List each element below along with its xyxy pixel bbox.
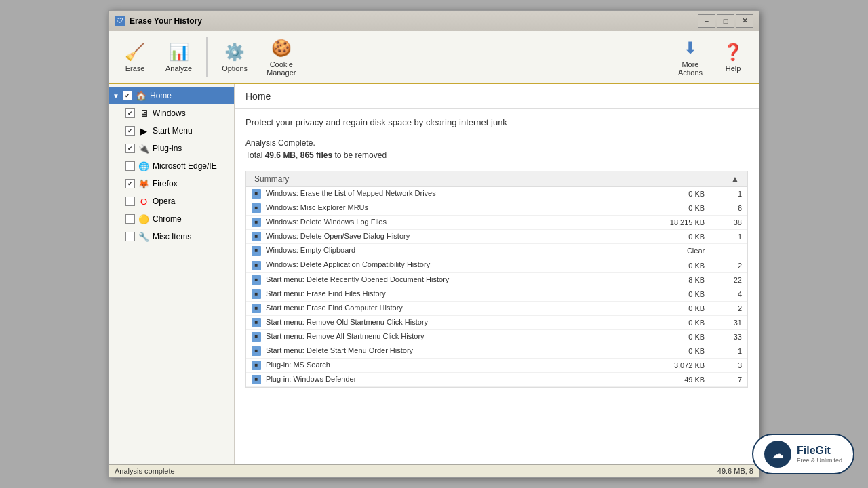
opera-icon: O — [138, 195, 150, 207]
windows-label: Windows — [153, 108, 186, 118]
row-label: ■ Start menu: Remove Old Startmenu Click… — [246, 315, 627, 329]
row-count: 22 — [710, 272, 747, 287]
tagline-text: Protect your privacy and regain disk spa… — [245, 117, 748, 127]
row-count: 6 — [710, 201, 747, 216]
maximize-button[interactable]: □ — [717, 14, 734, 28]
row-label: ■ Start menu: Erase Find Files History — [246, 287, 627, 301]
plugins-icon: 🔌 — [138, 142, 150, 155]
row-size: 18,215 KB — [627, 216, 710, 230]
close-button[interactable]: ✕ — [736, 14, 753, 28]
plugins-checkbox[interactable]: ✔ — [125, 144, 135, 153]
row-label: ■ Windows: Delete Windows Log Files — [246, 216, 627, 230]
row-label: ■ Plug-in: MS Search — [246, 359, 627, 373]
row-count: 3 — [710, 359, 747, 373]
help-icon: ❓ — [722, 41, 744, 63]
row-size: 0 KB — [627, 258, 710, 272]
analyze-button[interactable]: 📊 Analyze — [157, 34, 201, 80]
summary-table: ■ Windows: Erase the List of Mapped Netw… — [246, 187, 747, 387]
table-row: ■ Start menu: Delete Recently Opened Doc… — [246, 272, 747, 287]
table-row: ■ Windows: Misc Explorer MRUs 0 KB 6 — [246, 201, 747, 216]
row-count: 1 — [710, 344, 747, 359]
watermark-brand: FileGit — [797, 445, 842, 457]
edge-checkbox[interactable] — [125, 161, 135, 171]
content-body: Protect your privacy and regain disk spa… — [235, 109, 759, 464]
home-icon: 🏠 — [135, 89, 147, 102]
table-row: ■ Windows: Delete Application Compatibil… — [246, 258, 747, 272]
sidebar-item-start-menu[interactable]: ✔ ▶ Start Menu — [109, 122, 234, 140]
sidebar-item-windows[interactable]: ✔ 🖥 Windows — [109, 104, 234, 122]
row-size: 0 KB — [627, 201, 710, 216]
row-label: ■ Start menu: Delete Start Menu Order Hi… — [246, 344, 627, 359]
windows-icon: 🖥 — [138, 107, 150, 119]
help-label: Help — [726, 64, 741, 73]
toolbar: 🧹 Erase 📊 Analyze ⚙️ Options 🍪 Cookie Ma… — [109, 31, 759, 84]
window-title: Erase Your History — [130, 16, 694, 26]
help-button[interactable]: ❓ Help — [713, 34, 753, 80]
row-label: ■ Start menu: Delete Recently Opened Doc… — [246, 272, 627, 287]
more-actions-button[interactable]: ⬇ More Actions — [669, 34, 711, 80]
misc-icon: 🔧 — [138, 230, 150, 243]
sidebar-item-firefox[interactable]: ✔ 🦊 Firefox — [109, 175, 234, 192]
summary-title: Summary — [254, 174, 289, 184]
opera-checkbox[interactable] — [125, 197, 135, 206]
row-size: 0 KB — [627, 344, 710, 359]
start-menu-checkbox[interactable]: ✔ — [125, 126, 135, 136]
misc-checkbox[interactable] — [125, 232, 135, 241]
options-icon: ⚙️ — [224, 41, 245, 63]
summary-header: Summary ▲ — [246, 171, 747, 187]
start-menu-icon: ▶ — [138, 125, 150, 137]
sidebar-item-misc[interactable]: 🔧 Misc Items — [109, 228, 234, 245]
cookie-manager-button[interactable]: 🍪 Cookie Manager — [258, 34, 304, 80]
sidebar-item-plugins[interactable]: ✔ 🔌 Plug-ins — [109, 140, 234, 157]
toolbar-sep-1 — [206, 37, 208, 77]
row-label: ■ Windows: Erase the List of Mapped Netw… — [246, 187, 627, 201]
row-count: 1 — [710, 187, 747, 201]
analysis-files: 865 files — [300, 150, 332, 160]
watermark: ☁ FileGit Free & Unlimited — [752, 434, 854, 474]
table-row: ■ Windows: Delete Windows Log Files 18,2… — [246, 216, 747, 230]
row-size: 0 KB — [627, 329, 710, 344]
row-count: 38 — [710, 216, 747, 230]
firefox-icon: 🦊 — [138, 178, 150, 190]
collapse-icon[interactable]: ▲ — [731, 174, 739, 184]
sidebar-item-home[interactable]: ▼ ✔ 🏠 Home — [109, 87, 234, 104]
analyze-icon: 📊 — [168, 41, 190, 63]
erase-label: Erase — [125, 64, 145, 73]
table-row: ■ Start menu: Delete Start Menu Order Hi… — [246, 344, 747, 359]
main-window: 🛡 Erase Your History − □ ✕ 🧹 Erase 📊 Ana… — [108, 10, 760, 478]
home-label: Home — [150, 91, 172, 100]
minimize-button[interactable]: − — [698, 14, 715, 28]
erase-button[interactable]: 🧹 Erase — [115, 34, 155, 80]
watermark-logo: ☁ — [764, 441, 791, 468]
content-header: Home — [235, 84, 759, 109]
home-checkbox[interactable]: ✔ — [123, 91, 132, 100]
options-button[interactable]: ⚙️ Options — [213, 34, 256, 80]
table-row: ■ Plug-in: MS Search 3,072 KB 3 — [246, 359, 747, 373]
opera-label: Opera — [153, 197, 175, 206]
row-label: ■ Start menu: Remove All Startmenu Click… — [246, 329, 627, 344]
toolbar-right: ⬇ More Actions ❓ Help — [669, 34, 753, 80]
sidebar-item-opera[interactable]: O Opera — [109, 192, 234, 210]
sidebar-item-edge-ie[interactable]: 🌐 Microsoft Edge/IE — [109, 157, 234, 175]
more-label: More Actions — [678, 60, 703, 77]
sidebar-item-chrome[interactable]: 🟡 Chrome — [109, 210, 234, 228]
watermark-icon: ☁ — [772, 447, 784, 462]
firefox-checkbox[interactable]: ✔ — [125, 179, 135, 188]
watermark-text-block: FileGit Free & Unlimited — [797, 445, 842, 464]
row-count — [710, 244, 747, 258]
edge-icon: 🌐 — [138, 160, 150, 172]
start-menu-label: Start Menu — [153, 126, 193, 136]
row-count: 31 — [710, 315, 747, 329]
table-row: ■ Plug-in: Windows Defender 49 KB 7 — [246, 373, 747, 387]
page-title: Home — [245, 91, 748, 102]
analysis-suffix: to be removed — [332, 150, 387, 160]
chrome-checkbox[interactable] — [125, 214, 135, 224]
row-label: ■ Windows: Misc Explorer MRUs — [246, 201, 627, 216]
row-count: 7 — [710, 373, 747, 387]
table-row: ■ Start menu: Erase Find Computer Histor… — [246, 301, 747, 315]
cookie-icon: 🍪 — [271, 37, 292, 59]
row-size: 0 KB — [627, 187, 710, 201]
windows-checkbox[interactable]: ✔ — [125, 108, 135, 118]
row-label: ■ Windows: Delete Open/Save Dialog Histo… — [246, 230, 627, 244]
edge-label: Microsoft Edge/IE — [153, 161, 217, 171]
